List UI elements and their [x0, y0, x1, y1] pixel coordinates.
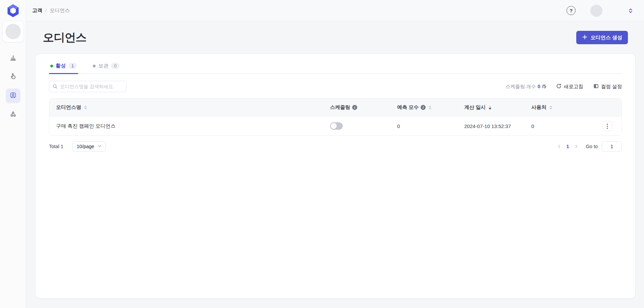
column-header-label: 계산 일시 [464, 104, 486, 111]
search-icon [52, 84, 58, 90]
scheduling-count-label: 스케줄링 개수 [505, 83, 536, 90]
column-header-label: 예측 모수 [397, 104, 419, 111]
table-header-row: 오디언스명 스케줄링 i 예측 모수 i 계산 일시 [49, 99, 622, 116]
info-icon[interactable]: i [421, 105, 426, 110]
app-logo-cube-icon[interactable] [5, 3, 21, 18]
column-header-scheduling: 스케줄링 i [325, 104, 392, 111]
info-icon[interactable]: i [352, 105, 357, 110]
breadcrumb-separator: / [45, 8, 47, 13]
toggle-knob [331, 123, 337, 129]
cell-predicted: 0 [392, 123, 459, 129]
sort-icon[interactable] [84, 106, 87, 110]
sidebar-nav [6, 51, 20, 122]
sort-icon[interactable] [549, 106, 552, 110]
sort-icon[interactable] [429, 106, 431, 110]
column-header-name[interactable]: 오디언스명 [49, 104, 325, 111]
prev-page-icon[interactable] [555, 143, 563, 150]
table-row[interactable]: 구매 촉진 캠페인 오디언스 0 2024-07-10 13:52:37 0 [49, 116, 622, 135]
next-page-icon[interactable] [573, 143, 580, 150]
column-header-label: 스케줄링 [330, 104, 350, 111]
column-header-usage[interactable]: 사용처 [526, 104, 593, 111]
cell-calculated-at: 2024-07-10 13:52:37 [459, 123, 526, 129]
expand-collapse-icon[interactable] [627, 7, 634, 14]
tab-archived-audiences[interactable]: 보관 0 [92, 63, 121, 73]
chevron-down-icon [98, 144, 102, 149]
user-card-icon [9, 91, 17, 100]
breadcrumb-section[interactable]: 고객 [32, 7, 42, 14]
bar-chart-icon [9, 54, 17, 63]
sidebar [0, 0, 26, 308]
page-size-select[interactable]: 10/page [72, 141, 106, 151]
goto-page-input[interactable] [602, 141, 622, 151]
green-status-dot-icon [50, 65, 53, 67]
column-settings-icon [593, 83, 599, 90]
sitemap-icon [9, 110, 17, 119]
tab-label: 활성 [56, 63, 66, 69]
audience-table: 오디언스명 스케줄링 i 예측 모수 i 계산 일시 [49, 98, 622, 136]
create-audience-label: 오디언스 생성 [591, 35, 622, 41]
workspace-avatar[interactable] [2, 21, 24, 42]
audience-card: 활성 1 보관 0 스케줄링 개수 0/5 [35, 54, 636, 299]
tab-bar: 활성 1 보관 0 [49, 63, 622, 74]
column-header-predicted[interactable]: 예측 모수 i [392, 104, 459, 111]
workspace-avatar-placeholder [5, 24, 21, 39]
column-header-label: 오디언스명 [56, 104, 81, 111]
pagination: Total 1 10/page 1 Go to [49, 141, 622, 151]
tab-count-badge: 0 [111, 63, 119, 69]
hand-pointer-icon [9, 73, 17, 81]
scheduling-total-value: /5 [542, 84, 546, 89]
scheduling-toggle-off[interactable] [330, 122, 343, 130]
refresh-icon [556, 83, 561, 90]
plus-icon [582, 34, 588, 41]
gray-status-dot-icon [93, 65, 96, 67]
calculated-at-value: 2024-07-10 13:52:37 [464, 123, 511, 129]
column-settings-button[interactable]: 컬럼 설정 [593, 83, 622, 90]
page-size-value: 10/page [77, 144, 94, 149]
breadcrumb: 고객 / 오디언스 [32, 7, 70, 14]
refresh-label: 새로고침 [564, 83, 583, 90]
row-kebab-menu-icon[interactable] [602, 121, 612, 131]
page-header: 오디언스 오디언스 생성 [26, 21, 644, 54]
goto-label: Go to [586, 144, 598, 149]
pager: 1 Go to [555, 141, 622, 151]
usage-value: 0 [531, 123, 534, 129]
column-header-calculated-at[interactable]: 계산 일시 [459, 104, 526, 111]
tab-count-badge: 1 [68, 63, 77, 69]
create-audience-button[interactable]: 오디언스 생성 [576, 31, 628, 44]
column-header-label: 사용처 [531, 104, 546, 111]
search-input[interactable] [49, 81, 126, 92]
sidebar-item-analytics[interactable] [6, 51, 20, 66]
toolbar-right: 스케줄링 개수 0/5 새로고침 [505, 83, 622, 90]
cell-usage: 0 [526, 123, 593, 129]
sort-icon-desc-active[interactable] [489, 106, 491, 110]
page-title: 오디언스 [43, 30, 87, 45]
current-page-number[interactable]: 1 [566, 144, 569, 149]
tab-active-audiences[interactable]: 활성 1 [49, 63, 78, 73]
cell-scheduling [325, 122, 392, 130]
column-settings-label: 컬럼 설정 [601, 83, 622, 90]
audience-name-text: 구매 촉진 캠페인 오디언스 [56, 123, 116, 129]
scheduling-count: 스케줄링 개수 0/5 [505, 83, 546, 90]
cell-audience-name[interactable]: 구매 촉진 캠페인 오디언스 [49, 123, 325, 129]
sidebar-item-flows[interactable] [6, 107, 20, 122]
sidebar-item-audience[interactable] [6, 88, 20, 103]
sidebar-item-actions[interactable] [6, 70, 20, 84]
user-avatar[interactable] [590, 5, 602, 17]
topbar-actions: ? [567, 5, 634, 17]
cell-actions [593, 121, 622, 131]
scheduling-used-value: 0 [538, 84, 540, 89]
table-toolbar: 스케줄링 개수 0/5 새로고침 [49, 81, 622, 92]
tab-label: 보관 [98, 63, 108, 69]
refresh-button[interactable]: 새로고침 [556, 83, 583, 90]
breadcrumb-current[interactable]: 오디언스 [50, 7, 70, 14]
topbar: 고객 / 오디언스 ? [26, 0, 644, 21]
help-glyph: ? [570, 8, 573, 13]
help-icon[interactable]: ? [567, 6, 576, 15]
total-count-label: Total 1 [49, 144, 63, 149]
predicted-value: 0 [397, 123, 400, 129]
search-box [49, 81, 126, 92]
